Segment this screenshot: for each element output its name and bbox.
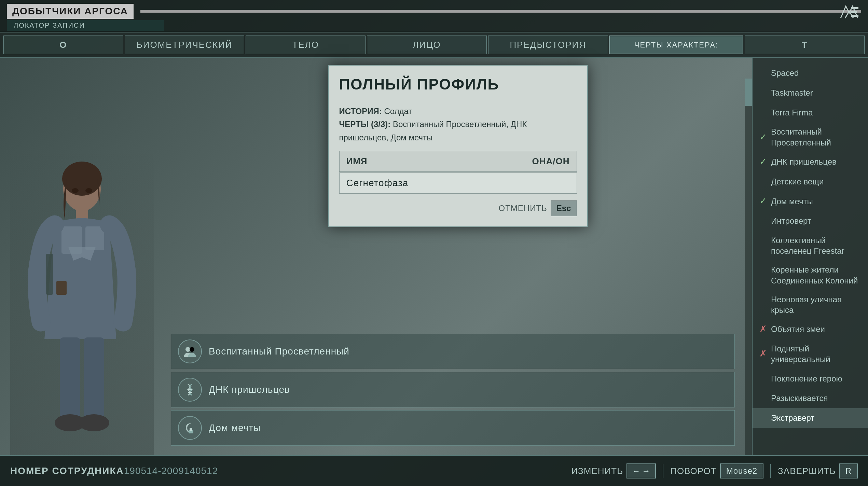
sidebar-item-dom-mechty[interactable]: ✓ Дом мечты [753, 191, 868, 211]
center-panel: Экстраверт ПОЛНЫЙ ПРОФИЛЬ ИСТОРИЯ: Солда… [164, 58, 752, 455]
svg-rect-9 [84, 337, 104, 423]
trait-item-0[interactable]: Воспитанный Просветленный [171, 334, 735, 369]
sidebar-item-universal[interactable]: ✗ Поднятый универсальный [753, 339, 868, 369]
app-subtitle: ЛОКАТОР ЗАПИСИ [7, 20, 164, 31]
trait-item-2[interactable]: Дом мечты [171, 410, 735, 446]
change-keys[interactable]: ← → [626, 463, 656, 478]
sidebar-label-3: Воспитанный Просветленный [771, 127, 831, 147]
trait-icon-people [178, 339, 202, 363]
modal-footer: ОТМЕНИТЬ Esc [339, 200, 577, 216]
sidebar-label-1: Taskmaster [771, 87, 813, 98]
sidebar-label-11: Объятия змеи [771, 324, 825, 334]
finish-action: ЗАВЕРШИТЬ R [778, 463, 858, 478]
tab-traits[interactable]: ЧЕРТЫ ХАРАКТЕРА: [609, 36, 744, 54]
finish-key[interactable]: R [839, 463, 858, 478]
sidebar-item-terra-firma[interactable]: ✓ Terra Firma [753, 103, 868, 123]
trait-icon-moon [178, 416, 202, 440]
traits-list: Воспитанный Просветленный ДНК пришельцев [171, 334, 735, 448]
name-column-header: ИМЯ [340, 151, 525, 171]
app-title: ДОБЫТЧИКИ АРГОСА [7, 4, 134, 19]
sidebar-item-kollektivnyy[interactable]: ✓ Коллективный поселенец Freestar [753, 231, 868, 260]
svg-rect-12 [46, 254, 53, 295]
tab-key-right[interactable]: T [745, 36, 865, 54]
top-bar: ДОБЫТЧИКИ АРГОСА ЛОКАТОР ЗАПИСИ [0, 0, 868, 32]
history-label: ИСТОРИЯ: [339, 107, 382, 116]
arrow-right-key: → [642, 466, 650, 476]
tab-face[interactable]: ЛИЦО [367, 36, 487, 54]
history-value: Солдат [384, 107, 412, 116]
employee-number: 190514-2009140512 [124, 466, 218, 476]
scroll-thumb[interactable] [745, 79, 752, 106]
trait-name-2: Дом мечты [209, 422, 261, 433]
cancel-label: ОТМЕНИТЬ [498, 204, 547, 213]
check-4: ✓ [759, 156, 768, 168]
modal-name-value[interactable]: Сегнетофаза [339, 172, 577, 194]
sidebar-item-hero[interactable]: ✓ Поклонение герою [753, 369, 868, 388]
sidebar-label-14: Разыскивается [771, 393, 828, 403]
cancel-key[interactable]: Esc [551, 200, 577, 216]
svg-rect-1 [851, 11, 857, 13]
check-6: ✓ [759, 195, 768, 207]
svg-point-17 [190, 347, 194, 352]
main-content: Экстраверт ПОЛНЫЙ ПРОФИЛЬ ИСТОРИЯ: Солда… [0, 58, 868, 455]
character-view [0, 58, 164, 455]
ae-logo [837, 3, 861, 20]
nav-tabs: O БИОМЕТРИЧЕСКИЙ ТЕЛО ЛИЦО ПРЕДЫСТОРИЯ Ч… [0, 32, 868, 58]
svg-rect-2 [851, 15, 858, 17]
sidebar-label-4: ДНК пришельцев [771, 156, 837, 167]
tab-key-left[interactable]: O [3, 36, 123, 54]
sidebar-label-6: Дом мечты [771, 196, 813, 207]
change-action: ИЗМЕНИТЬ ← → [571, 463, 656, 478]
sidebar-label-7: Интроверт [771, 216, 811, 226]
sidebar-item-detskie[interactable]: ✓ Детские вещи [753, 172, 868, 192]
trait-item-1[interactable]: ДНК пришельцев [171, 372, 735, 407]
modal-name-header-row: ИМЯ ОНА/ОН [339, 151, 577, 172]
sidebar-label-15: Экстраверт [771, 413, 814, 423]
sidebar-item-taskmaster[interactable]: ✓ Taskmaster [753, 83, 868, 103]
right-sidebar: ✓ Spaced ✓ Taskmaster ✓ Terra Firma ✓ Во… [752, 58, 868, 455]
tab-body[interactable]: ТЕЛО [246, 36, 366, 54]
rotation-action: ПОВОРОТ Mouse2 [670, 463, 763, 478]
sidebar-label-0: Spaced [771, 68, 799, 78]
rotation-key[interactable]: Mouse2 [720, 463, 763, 478]
change-label: ИЗМЕНИТЬ [571, 466, 623, 476]
sidebar-item-neon[interactable]: ✓ Неоновая уличная крыса [753, 290, 868, 319]
bottom-actions: ИЗМЕНИТЬ ← → ПОВОРОТ Mouse2 ЗАВЕРШИТЬ R [571, 463, 858, 478]
sidebar-item-wanted[interactable]: ✓ Разыскивается [753, 388, 868, 408]
svg-point-16 [185, 347, 190, 352]
pronoun-column-header: ОНА/ОН [525, 151, 577, 171]
sidebar-item-korennye[interactable]: ✓ Коренные жители Соединенных Колоний [753, 260, 868, 290]
sidebar-label-5: Детские вещи [771, 176, 824, 187]
tab-backstory[interactable]: ПРЕДЫСТОРИЯ [488, 36, 608, 54]
traits-label: ЧЕРТЫ (3/3): [339, 120, 391, 129]
sidebar-item-dnk[interactable]: ✓ ДНК пришельцев [753, 152, 868, 172]
sidebar-item-snake[interactable]: ✗ Объятия змеи [753, 319, 868, 339]
sidebar-item-introvert[interactable]: ✓ Интроверт [753, 211, 868, 231]
sidebar-item-spaced[interactable]: ✓ Spaced [753, 63, 868, 83]
scroll-indicator [745, 79, 752, 455]
modal-name-section: ИМЯ ОНА/ОН Сегнетофаза [339, 151, 577, 194]
svg-point-15 [85, 188, 92, 193]
employee-label: НОМЕР СОТРУДНИКА [10, 466, 124, 476]
title-bar-line [140, 10, 861, 13]
trait-icon-dna [178, 378, 202, 402]
trait-name-0: Воспитанный Просветленный [209, 346, 349, 357]
tab-biometric[interactable]: БИОМЕТРИЧЕСКИЙ [125, 36, 245, 54]
svg-rect-22 [190, 428, 192, 431]
svg-rect-0 [851, 7, 858, 9]
svg-rect-7 [85, 226, 104, 250]
sidebar-label-13: Поклонение герою [771, 373, 842, 384]
arrow-left-key: ← [632, 466, 640, 476]
modal-title: ПОЛНЫЙ ПРОФИЛЬ [339, 76, 577, 98]
modal-info: ИСТОРИЯ: Солдат ЧЕРТЫ (3/3): Воспитанный… [339, 105, 577, 144]
svg-rect-13 [56, 281, 67, 295]
trait-name-1: ДНК пришельцев [209, 384, 290, 395]
cross-12: ✗ [759, 348, 768, 360]
sidebar-label-9: Коренные жители Соединенных Колоний [771, 265, 858, 285]
sidebar-item-vospitannyy[interactable]: ✓ Воспитанный Просветленный [753, 122, 868, 152]
rotation-label: ПОВОРОТ [670, 466, 717, 476]
svg-rect-8 [60, 337, 80, 423]
sidebar-item-extrovert[interactable]: ✓ Экстраверт [753, 408, 868, 428]
check-3: ✓ [759, 131, 768, 143]
employee-section: НОМЕР СОТРУДНИКА 190514-2009140512 [10, 466, 218, 476]
